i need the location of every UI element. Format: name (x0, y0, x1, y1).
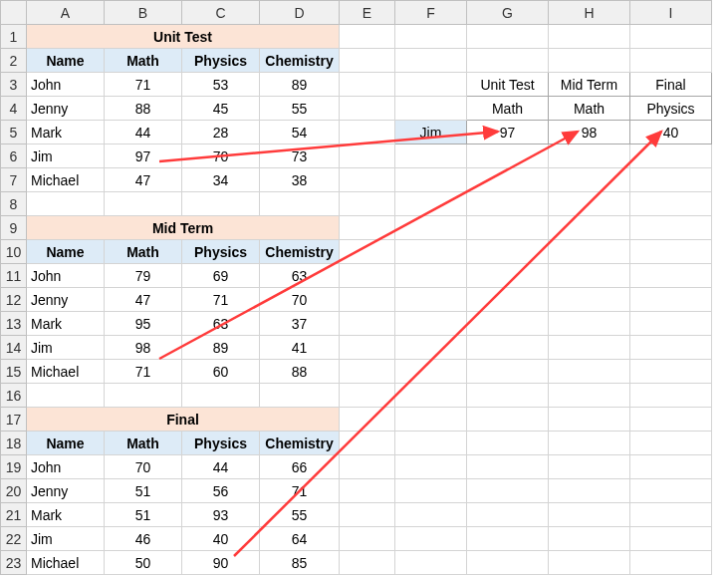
cell[interactable]: Michael (27, 551, 105, 575)
cell[interactable]: 47 (105, 168, 182, 192)
cell[interactable]: 88 (260, 360, 340, 384)
cell[interactable] (630, 49, 712, 73)
row-header-22[interactable]: 22 (1, 527, 27, 551)
cell[interactable] (27, 384, 105, 408)
cell[interactable] (549, 408, 630, 432)
row-header-19[interactable]: 19 (1, 455, 27, 479)
cell[interactable] (395, 97, 467, 121)
cell[interactable]: 85 (260, 551, 340, 575)
cell[interactable]: 40 (182, 527, 260, 551)
row-header-21[interactable]: 21 (1, 503, 27, 527)
row-header-4[interactable]: 4 (1, 97, 27, 121)
cell[interactable] (467, 192, 549, 216)
cell[interactable]: 79 (105, 264, 182, 288)
col-header-a[interactable]: A (27, 1, 105, 25)
cell[interactable]: Final (630, 73, 712, 97)
cell[interactable]: 44 (105, 121, 182, 144)
cell[interactable] (340, 312, 395, 336)
cell[interactable]: 55 (260, 97, 340, 121)
cell[interactable] (467, 408, 549, 432)
cell[interactable] (340, 432, 395, 455)
col-header-h[interactable]: H (549, 1, 630, 25)
cell[interactable] (549, 432, 630, 455)
cell[interactable] (467, 384, 549, 408)
cell[interactable] (340, 479, 395, 503)
cell[interactable]: 90 (182, 551, 260, 575)
cell[interactable] (395, 168, 467, 192)
cell[interactable] (549, 216, 630, 240)
cell[interactable]: 51 (105, 503, 182, 527)
row-header-10[interactable]: 10 (1, 240, 27, 264)
cell[interactable] (630, 25, 712, 49)
cell[interactable] (340, 384, 395, 408)
cell[interactable] (630, 336, 712, 360)
cell[interactable] (395, 312, 467, 336)
cell[interactable] (340, 264, 395, 288)
cell[interactable] (549, 455, 630, 479)
cell[interactable]: Mid Term (549, 73, 630, 97)
cell[interactable] (549, 192, 630, 216)
row-header-13[interactable]: 13 (1, 312, 27, 336)
cell[interactable]: Physics (182, 240, 260, 264)
cell[interactable] (395, 384, 467, 408)
cell[interactable]: Unit Test (467, 73, 549, 97)
cell[interactable] (467, 336, 549, 360)
cell[interactable] (467, 144, 549, 168)
select-all-corner[interactable] (1, 1, 27, 25)
cell[interactable] (395, 192, 467, 216)
cell[interactable] (630, 312, 712, 336)
cell[interactable] (340, 144, 395, 168)
cell[interactable] (630, 168, 712, 192)
cell[interactable]: 38 (260, 168, 340, 192)
cell[interactable] (27, 192, 105, 216)
cell[interactable]: 50 (105, 551, 182, 575)
cell[interactable] (549, 384, 630, 408)
cell[interactable]: 98 (549, 121, 630, 144)
cell[interactable] (340, 503, 395, 527)
cell[interactable] (395, 25, 467, 49)
cell[interactable]: 93 (182, 503, 260, 527)
cell[interactable] (260, 192, 340, 216)
cell[interactable] (549, 49, 630, 73)
cell[interactable]: Name (27, 432, 105, 455)
cell[interactable]: Michael (27, 168, 105, 192)
col-header-i[interactable]: I (630, 1, 712, 25)
cell[interactable] (395, 240, 467, 264)
row-header-15[interactable]: 15 (1, 360, 27, 384)
cell[interactable] (395, 551, 467, 575)
cell[interactable] (467, 479, 549, 503)
row-header-23[interactable]: 23 (1, 551, 27, 575)
cell[interactable]: 63 (260, 264, 340, 288)
cell[interactable] (630, 240, 712, 264)
cell[interactable]: Mark (27, 503, 105, 527)
cell[interactable] (340, 527, 395, 551)
cell[interactable] (395, 432, 467, 455)
cell[interactable] (395, 288, 467, 312)
cell[interactable]: Chemistry (260, 432, 340, 455)
cell[interactable]: Physics (630, 97, 712, 121)
row-header-17[interactable]: 17 (1, 408, 27, 432)
cell[interactable] (340, 551, 395, 575)
cell[interactable] (630, 384, 712, 408)
cell[interactable]: John (27, 73, 105, 97)
cell[interactable]: Jim (27, 527, 105, 551)
row-header-8[interactable]: 8 (1, 192, 27, 216)
cell[interactable]: Jenny (27, 288, 105, 312)
cell[interactable] (549, 288, 630, 312)
cell[interactable]: Math (105, 49, 182, 73)
cell[interactable] (549, 479, 630, 503)
cell[interactable] (467, 49, 549, 73)
cell[interactable] (549, 312, 630, 336)
cell[interactable]: Physics (182, 49, 260, 73)
cell[interactable] (395, 408, 467, 432)
cell[interactable]: Jenny (27, 97, 105, 121)
cell[interactable]: Michael (27, 360, 105, 384)
cell[interactable] (630, 144, 712, 168)
cell[interactable] (340, 73, 395, 97)
cell[interactable]: 70 (105, 455, 182, 479)
cell[interactable]: 89 (182, 336, 260, 360)
cell[interactable] (467, 455, 549, 479)
cell[interactable] (340, 97, 395, 121)
cell[interactable] (549, 240, 630, 264)
cell[interactable]: Math (105, 432, 182, 455)
